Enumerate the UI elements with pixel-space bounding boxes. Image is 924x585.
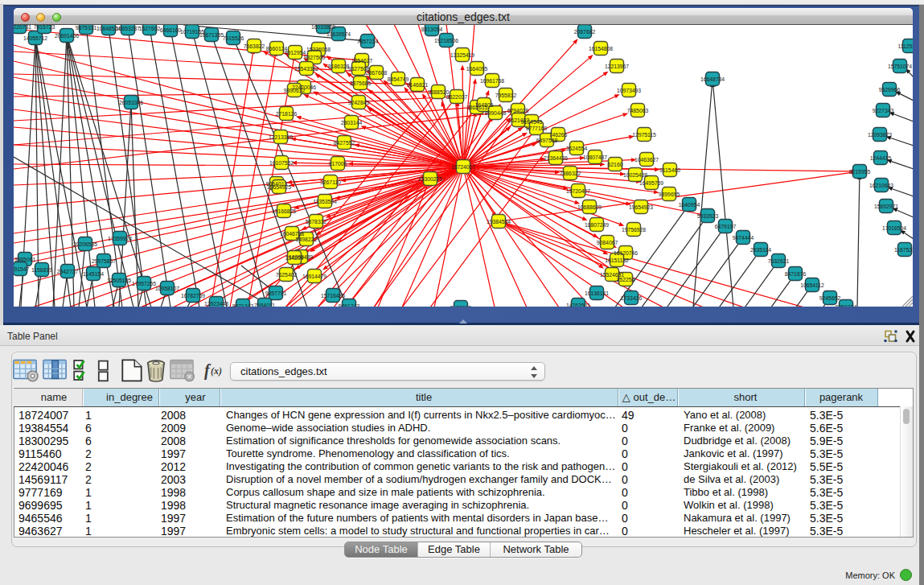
svg-text:1640954: 1640954 <box>679 202 700 208</box>
svg-text:15226058: 15226058 <box>306 47 331 52</box>
svg-text:8123995: 8123995 <box>450 305 472 307</box>
svg-text:8215955: 8215955 <box>849 169 871 175</box>
svg-text:10463627: 10463627 <box>634 157 659 163</box>
svg-text:7632621: 7632621 <box>768 258 790 264</box>
svg-text:9245652: 9245652 <box>819 295 841 301</box>
svg-text:20691406: 20691406 <box>55 33 79 39</box>
svg-text:13325419: 13325419 <box>450 52 474 58</box>
svg-text:12213369: 12213369 <box>269 134 293 140</box>
svg-text:1527602: 1527602 <box>139 26 161 31</box>
svg-text:391547: 391547 <box>14 266 30 272</box>
svg-text:26053346: 26053346 <box>119 100 143 105</box>
svg-text:7684011: 7684011 <box>254 303 275 307</box>
svg-text:7955812: 7955812 <box>495 93 517 98</box>
svg-text:154209: 154209 <box>285 255 304 261</box>
svg-text:29975857: 29975857 <box>92 258 116 264</box>
svg-text:5498222: 5498222 <box>296 237 318 242</box>
svg-text:7386322: 7386322 <box>560 171 581 176</box>
svg-text:10958107: 10958107 <box>155 286 179 291</box>
svg-text:8912954: 8912954 <box>285 50 306 56</box>
svg-text:16154808: 16154808 <box>589 46 613 51</box>
svg-text:6794028: 6794028 <box>507 108 529 113</box>
svg-text:16136141: 16136141 <box>585 290 609 296</box>
svg-text:16961758: 16961758 <box>480 78 504 84</box>
svg-text:1664095: 1664095 <box>466 66 488 72</box>
svg-text:15720407: 15720407 <box>566 188 590 194</box>
svg-text:8813054: 8813054 <box>421 27 443 32</box>
svg-text:6466160: 6466160 <box>160 27 182 33</box>
svg-text:10025438: 10025438 <box>623 172 647 178</box>
svg-text:16151132: 16151132 <box>605 257 629 263</box>
svg-text:9146821: 9146821 <box>407 82 429 88</box>
svg-text:9861243: 9861243 <box>339 303 360 307</box>
svg-text:1145154: 1145154 <box>83 271 104 277</box>
svg-text:20206535: 20206535 <box>73 241 97 247</box>
svg-text:1244415: 1244415 <box>870 155 892 161</box>
svg-text:15751074: 15751074 <box>888 64 912 69</box>
svg-text:10639574: 10639574 <box>326 31 351 37</box>
svg-text:18724007: 18724007 <box>451 164 475 170</box>
svg-text:8454749: 8454749 <box>388 76 409 82</box>
svg-text:16914479: 16914479 <box>302 274 326 279</box>
svg-text:2087682: 2087682 <box>574 29 596 35</box>
svg-text:62160: 62160 <box>608 162 623 167</box>
svg-text:16220731: 16220731 <box>14 25 31 30</box>
svg-text:8571342: 8571342 <box>232 303 254 307</box>
svg-text:9115460: 9115460 <box>659 167 680 173</box>
svg-text:16671355: 16671355 <box>199 32 224 38</box>
svg-text:817006: 817006 <box>329 161 347 167</box>
svg-text:19218506: 19218506 <box>434 38 458 43</box>
svg-text:8990448: 8990448 <box>485 110 507 116</box>
svg-text:17359924: 17359924 <box>108 236 132 241</box>
svg-text:9890612: 9890612 <box>284 88 306 93</box>
svg-text:12213967: 12213967 <box>605 64 629 69</box>
svg-text:6479197: 6479197 <box>715 224 737 229</box>
svg-text:19384554: 19384554 <box>487 219 511 225</box>
svg-text:9474444: 9474444 <box>733 235 754 241</box>
svg-text:3985061: 3985061 <box>14 257 36 262</box>
svg-text:252254: 252254 <box>617 277 635 282</box>
svg-text:9242845: 9242845 <box>348 100 370 105</box>
svg-text:11353594: 11353594 <box>313 199 337 204</box>
svg-text:8186328: 8186328 <box>328 64 350 69</box>
svg-text:8427552: 8427552 <box>334 140 355 146</box>
svg-text:2718126: 2718126 <box>276 111 298 117</box>
svg-text:2803144: 2803144 <box>341 120 363 126</box>
svg-text:7357224: 7357224 <box>357 39 379 44</box>
svg-text:11125341: 11125341 <box>897 43 913 49</box>
svg-text:8471676: 8471676 <box>785 271 807 277</box>
svg-text:19756928: 19756928 <box>622 227 646 233</box>
svg-text:9350724: 9350724 <box>836 304 857 307</box>
svg-text:5933923: 5933923 <box>697 213 719 219</box>
svg-text:7915723: 7915723 <box>34 25 55 30</box>
svg-text:9875331: 9875331 <box>76 25 97 31</box>
svg-text:6497568: 6497568 <box>536 138 558 143</box>
svg-text:2935114: 2935114 <box>750 247 771 253</box>
svg-text:16543382: 16543382 <box>294 66 318 72</box>
svg-text:1167533: 1167533 <box>894 247 913 253</box>
svg-text:10688609: 10688609 <box>577 204 602 210</box>
svg-text:19654923: 19654923 <box>629 204 653 210</box>
svg-text:16495759: 16495759 <box>639 180 663 186</box>
svg-text:16107552: 16107552 <box>269 160 294 166</box>
svg-text:12093873: 12093873 <box>868 132 892 138</box>
svg-text:9857791: 9857791 <box>265 290 287 296</box>
svg-text:12505135: 12505135 <box>107 278 131 283</box>
svg-text:2867608: 2867608 <box>366 70 388 76</box>
svg-text:10653287: 10653287 <box>116 26 140 31</box>
svg-text:16046758: 16046758 <box>280 231 304 237</box>
svg-text:746266: 746266 <box>549 132 568 138</box>
svg-text:10973493: 10973493 <box>617 88 641 93</box>
svg-text:14763501: 14763501 <box>566 303 590 307</box>
svg-text:8322037: 8322037 <box>446 94 468 100</box>
svg-text:17016504: 17016504 <box>882 225 906 231</box>
svg-text:19654925: 19654925 <box>267 184 291 190</box>
svg-text:15716485: 15716485 <box>321 293 345 299</box>
svg-text:12975115: 12975115 <box>632 132 656 138</box>
svg-text:9227343: 9227343 <box>873 108 894 113</box>
svg-text:25300275: 25300275 <box>418 176 442 182</box>
svg-text:3267110: 3267110 <box>320 179 341 185</box>
svg-text:9777169: 9777169 <box>526 126 548 131</box>
svg-text:1354627: 1354627 <box>351 58 373 64</box>
svg-text:9084067: 9084067 <box>597 240 618 245</box>
